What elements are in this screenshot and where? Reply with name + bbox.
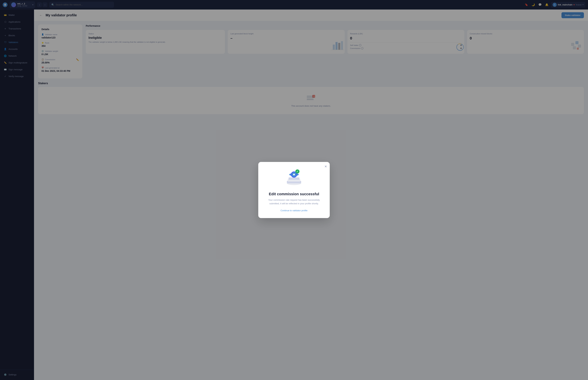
success-modal: ✕ ✓ Edit commission successful Your com xyxy=(258,162,330,218)
modal-overlay: ✕ ✓ Edit commission successful Your com xyxy=(0,0,588,380)
modal-title: Edit commission successful xyxy=(265,192,323,196)
continue-link[interactable]: Continue to validator profile xyxy=(281,209,307,212)
modal-description: Your commission rate request has been su… xyxy=(265,198,323,206)
modal-close-button[interactable]: ✕ xyxy=(324,165,327,168)
svg-text:✓: ✓ xyxy=(296,170,298,173)
modal-illustration: ✓ xyxy=(265,168,323,189)
svg-rect-20 xyxy=(288,177,300,180)
svg-point-25 xyxy=(293,174,295,175)
